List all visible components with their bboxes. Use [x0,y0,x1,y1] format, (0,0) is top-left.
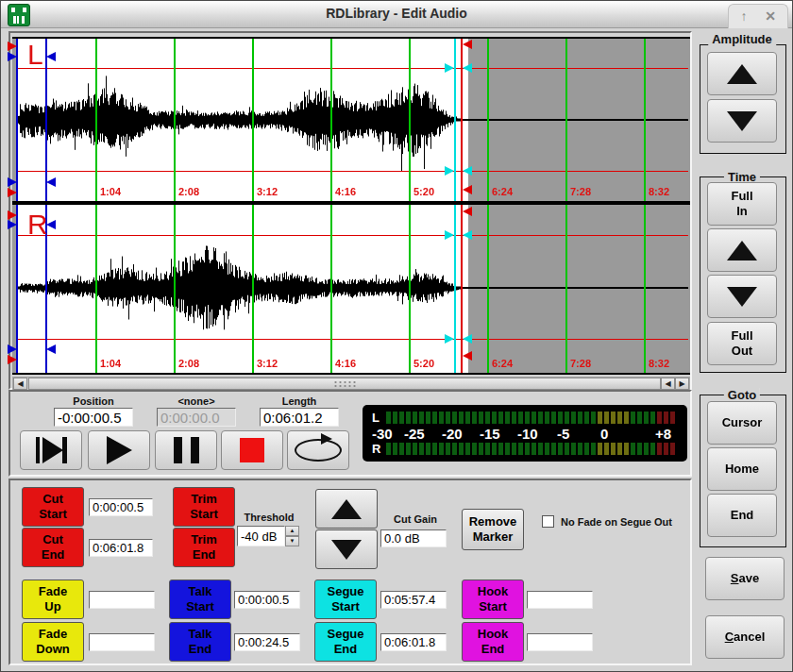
up-arrow-icon [727,241,757,260]
length-field[interactable] [260,408,339,427]
segue-start-button[interactable]: Segue Start [314,580,377,619]
channel-letter-L: L [27,41,43,69]
play-from-start-button[interactable] [20,430,82,470]
cut-start-button[interactable]: Cut Start [22,487,84,527]
meter-segment [644,443,649,455]
meter-segment [426,412,430,424]
transport-panel: Position <none> Length L R -30-2 [8,390,692,477]
hook-start-field[interactable] [527,591,593,609]
meter-scale-label: -5 [557,426,569,442]
limit-line-bottom [17,339,688,340]
talk-start-field[interactable] [234,591,300,609]
fade-down-button[interactable]: Fade Down [22,622,84,662]
save-button[interactable]: Save [705,557,785,600]
position-field[interactable] [54,408,133,427]
threshold-spin-up-icon[interactable]: ▲ [285,526,299,536]
goto-cursor-button[interactable]: Cursor [707,401,777,445]
time-zoom-in-button[interactable] [707,228,777,272]
hook-end-field[interactable] [527,633,593,651]
threshold-field[interactable] [237,526,285,546]
meter-segment [545,412,549,424]
cut-end-field[interactable] [89,539,153,557]
fade-up-field[interactable] [89,591,155,609]
fade-up-button[interactable]: Fade Up [22,580,84,619]
meter-scale-label: -25 [404,426,425,442]
cancel-button[interactable]: Cancel [705,615,785,659]
meter-segment [598,412,602,424]
gain-up-button[interactable] [315,489,378,529]
segue-start-field[interactable] [380,591,447,609]
marker-triangle [463,334,472,344]
hook-start-button[interactable]: Hook Start [462,580,524,619]
amplitude-down-button[interactable] [707,99,777,143]
marker-triangle [8,344,17,354]
meter-segment [452,443,457,455]
meter-segment [531,443,536,455]
goto-end-button[interactable]: End [707,494,777,537]
threshold-spinbox[interactable]: ▲ ▼ [237,526,299,546]
channel-letter-R: R [27,210,48,239]
fade-down-field[interactable] [89,633,155,651]
hook-end-button[interactable]: Hook End [462,622,524,662]
meter-segment [591,443,596,455]
time-full-out-button[interactable]: Full Out [707,322,777,365]
time-zoom-out-button[interactable] [707,275,777,318]
length-label: Length [258,395,341,407]
time-full-in-button[interactable]: Full In [707,182,777,226]
segue-end-field[interactable] [380,633,447,651]
meter-segment [611,443,616,455]
talk-end-button[interactable]: Talk End [169,622,231,662]
up-arrow-icon [331,499,362,519]
pause-icon [174,437,182,463]
cut-start-field[interactable] [89,498,153,516]
meter-segment [406,412,411,424]
meter-segment [465,412,470,424]
pause-button[interactable] [155,430,217,470]
segue-end-button[interactable]: Segue End [314,622,377,662]
cut-gain-field[interactable] [380,529,447,547]
down-arrow-icon [727,287,757,307]
waveform-canvas-R[interactable] [17,205,468,356]
waveform-scrollbar[interactable]: ◀ ◀ ▶ [12,377,690,391]
limit-line-top [17,68,688,69]
no-fade-checkbox[interactable] [542,515,554,528]
remove-marker-button[interactable]: Remove Marker [462,509,524,550]
meter-segment [565,443,569,455]
waveform-strip-left: 1:042:083:124:165:206:247:288:32L [12,37,690,203]
meter-segment [439,443,444,455]
loop-button[interactable] [287,430,349,470]
goto-group-label: Goto [724,388,760,402]
marker-triangle [46,344,56,354]
trim-end-button[interactable]: Trim End [173,528,235,567]
meter-segment [538,412,543,424]
time-label: 2:08 [178,186,216,197]
talk-end-field[interactable] [234,633,300,651]
window-title: RDLibrary - Edit Audio [1,6,792,21]
meter-segment [518,443,523,455]
time-label: 5:20 [413,186,451,197]
amplitude-group-label: Amplitude [708,32,776,46]
scroll-right-icon[interactable]: ▶ [675,378,689,390]
play-button[interactable] [88,430,150,470]
scrollbar-thumb[interactable] [28,378,661,390]
cut-end-button[interactable]: Cut End [22,528,84,567]
meter-segment [571,443,576,455]
scroll-left-icon[interactable]: ◀ [13,378,27,390]
threshold-spin-down-icon[interactable]: ▼ [285,536,299,546]
amplitude-up-button[interactable] [707,52,777,95]
waveform-canvas-L[interactable] [17,39,468,184]
meter-segment [492,443,497,455]
scroll-left2-icon[interactable]: ◀ [661,378,675,390]
shade-window-button[interactable]: ↑ [733,8,755,25]
meter-segment [406,443,411,455]
gain-down-button[interactable] [315,529,378,569]
time-gridline [174,205,176,373]
trim-start-button[interactable]: Trim Start [173,487,235,527]
title-bar[interactable]: RDLibrary - Edit Audio ↑ ✕ [1,1,792,28]
talk-start-button[interactable]: Talk Start [169,580,231,619]
limit-line-bottom [17,171,688,172]
segue-start-marker-line [454,205,456,373]
close-window-button[interactable]: ✕ [759,8,782,25]
stop-button[interactable] [221,430,283,470]
goto-home-button[interactable]: Home [707,447,777,491]
